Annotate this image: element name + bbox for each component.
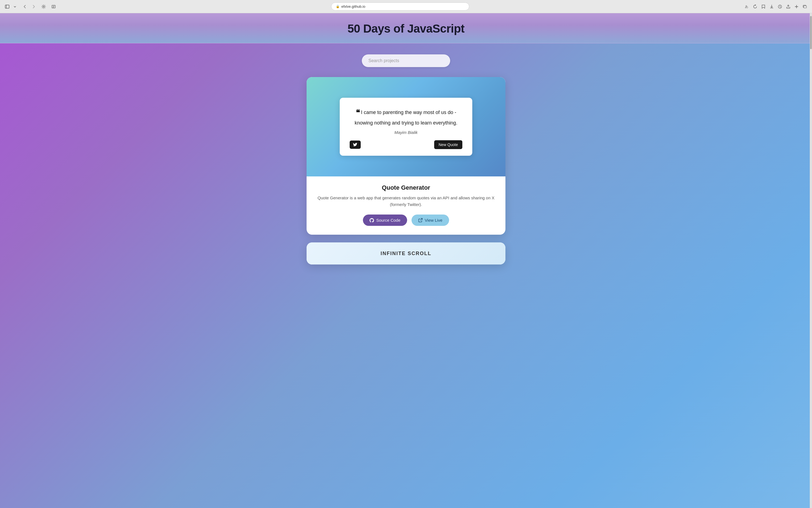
address-bar[interactable]: 🔒 efxlve.github.io: [331, 2, 469, 10]
infinite-scroll-title: INFINITE SCROLL: [380, 251, 432, 256]
browser-right-icons: あ: [744, 4, 808, 9]
page-content: 50 Days of JavaScript ❝I came to parenti…: [0, 13, 812, 508]
quote-actions: New Quote: [350, 140, 462, 149]
search-input[interactable]: [362, 54, 450, 67]
infinite-scroll-preview: INFINITE SCROLL: [307, 242, 505, 264]
sidebar-toggle-icon[interactable]: [4, 4, 10, 9]
new-quote-button[interactable]: New Quote: [434, 140, 462, 149]
svg-point-2: [43, 6, 44, 7]
svg-rect-0: [5, 5, 9, 8]
view-live-button[interactable]: View Live: [411, 214, 449, 226]
quote-widget: ❝I came to parenting the way most of us …: [340, 98, 472, 156]
download-icon[interactable]: [769, 4, 774, 9]
main-content: ❝I came to parenting the way most of us …: [301, 43, 511, 276]
browser-controls: [4, 4, 18, 9]
page-title: 50 Days of JavaScript: [5, 22, 807, 35]
card-buttons: Source Code View Live: [315, 214, 497, 226]
back-button[interactable]: [21, 3, 29, 10]
card-info: Quote Generator Quote Generator is a web…: [307, 176, 505, 235]
card-description: Quote Generator is a web app that genera…: [315, 195, 497, 208]
svg-text:あ: あ: [745, 5, 748, 8]
search-container: [307, 54, 505, 67]
quote-mark-icon: ❝: [356, 108, 360, 117]
forward-button[interactable]: [30, 3, 38, 10]
card-title: Quote Generator: [315, 184, 497, 191]
translate-icon[interactable]: あ: [744, 4, 749, 9]
lock-icon: 🔒: [336, 5, 340, 8]
quote-author: Mayim Bialik: [350, 130, 462, 135]
settings-icon[interactable]: [41, 4, 46, 9]
infinite-scroll-card: INFINITE SCROLL: [307, 242, 505, 264]
bookmark-icon[interactable]: [761, 4, 766, 9]
twitter-share-button[interactable]: [350, 140, 361, 149]
new-tab-icon[interactable]: [794, 4, 799, 9]
history-icon[interactable]: [777, 4, 783, 9]
browser-chrome: 🔒 efxlve.github.io あ: [0, 0, 812, 13]
refresh-icon[interactable]: [752, 4, 758, 9]
share-icon[interactable]: [785, 4, 791, 9]
site-header: 50 Days of JavaScript: [0, 13, 812, 43]
quote-generator-card: ❝I came to parenting the way most of us …: [307, 77, 505, 235]
svg-rect-11: [804, 6, 807, 8]
svg-marker-8: [762, 5, 765, 8]
address-bar-container: 🔒 efxlve.github.io: [60, 2, 741, 10]
chevron-down-icon[interactable]: [12, 4, 18, 9]
quote-text: ❝I came to parenting the way most of us …: [350, 107, 462, 127]
reader-view-icon[interactable]: [51, 4, 56, 9]
source-code-button[interactable]: Source Code: [363, 214, 407, 226]
scrollbar[interactable]: [810, 13, 812, 508]
url-text: efxlve.github.io: [341, 4, 365, 8]
card-preview: ❝I came to parenting the way most of us …: [307, 77, 505, 176]
scrollbar-thumb[interactable]: [810, 16, 812, 49]
browser-nav: [21, 3, 38, 10]
tabs-icon[interactable]: [802, 4, 808, 9]
